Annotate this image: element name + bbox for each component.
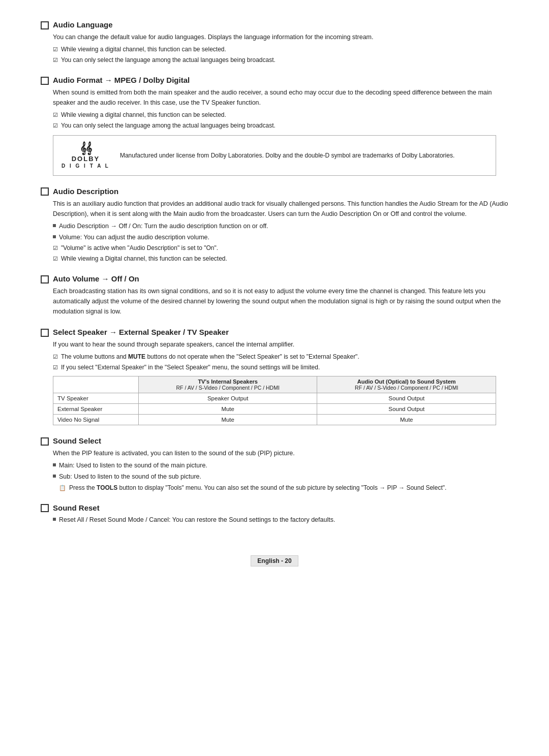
section-title-auto-volume: Auto Volume → Off / On [41,274,508,283]
note-icon: ☑ [53,56,58,65]
speaker-table: TV's Internal Speakers RF / AV / S-Video… [53,376,496,425]
section-audio-format: Audio Format → MPEG / Dolby Digital When… [41,76,508,176]
note-item-1: ☑ While viewing a digital channel, this … [53,45,508,54]
note-item-ad-1: ☑ "Volume" is active when "Audio Descrip… [53,243,508,253]
note-item-ss-tools: 📋 Press the TOOLS button to display "Too… [59,483,508,492]
body-text-auto-volume: Each broadcasting station has its own si… [53,286,508,317]
bullet-icon [53,463,56,466]
table-col-header-2: Audio Out (Optical) to Sound System RF /… [317,376,496,393]
footer-badge: English - 20 [251,555,298,566]
note-icon: ☑ [53,353,58,361]
table-col-header-1: TV's Internal Speakers RF / AV / S-Video… [138,376,317,393]
section-sound-select: Sound Select When the PIP feature is act… [41,436,508,492]
note-item-2: ☑ You can only select the language among… [53,55,508,65]
section-title-audio-description: Audio Description [41,187,508,196]
dolby-text: Manufactured under license from Dolby La… [120,151,454,160]
section-audio-description: Audio Description This is an auxiliary a… [41,187,508,264]
note-item-ss-2: ☑ If you select "External Speaker" in th… [53,363,508,372]
checkbox-icon [41,437,49,446]
bullet-item-sr-1: Reset All / Reset Sound Mode / Cancel: Y… [53,515,508,525]
section-title-audio-language: Audio Language [41,20,508,29]
body-text-sound-select: When the PIP feature is activated, you c… [53,448,508,458]
note-icon: ☑ [53,121,58,130]
note-icon: ☑ [53,244,58,253]
section-title-sound-select: Sound Select [41,436,508,445]
table-row: TV Speaker Speaker Output Sound Output [53,393,496,404]
section-audio-language: Audio Language You can change the defaul… [41,20,508,65]
section-title-select-speaker: Select Speaker → External Speaker / TV S… [41,328,508,336]
checkbox-icon [41,21,49,29]
body-text-select-speaker: If you want to hear the sound through se… [53,339,508,350]
bullet-icon [53,475,56,478]
checkbox-icon [41,504,49,512]
body-text-audio-description: This is an auxiliary audio function that… [53,199,508,219]
bullet-icon [53,224,56,227]
dolby-logo: 𝄞𝄞 DOLBY D I G I T A L [62,142,110,169]
section-title-sound-reset: Sound Reset [41,503,508,512]
bullet-item-ad-2: Volume: You can adjust the audio descrip… [53,233,508,242]
section-auto-volume: Auto Volume → Off / On Each broadcasting… [41,274,508,317]
section-select-speaker: Select Speaker → External Speaker / TV S… [41,328,508,425]
bullet-icon [53,518,56,521]
note-icon: 📋 [59,484,66,492]
section-title-audio-format: Audio Format → MPEG / Dolby Digital [41,76,508,84]
note-icon: ☑ [53,363,58,372]
table-row: Video No Signal Mute Mute [53,415,496,425]
note-item-ad-2: ☑ While viewing a Digital channel, this … [53,254,508,263]
bullet-item-ad-1: Audio Description → Off / On: Turn the a… [53,222,508,231]
body-text-audio-language: You can change the default value for aud… [53,32,508,42]
checkbox-icon [41,187,49,196]
note-item-af-1: ☑ While viewing a digital channel, this … [53,110,508,119]
note-icon: ☑ [53,111,58,119]
section-sound-reset: Sound Reset Reset All / Reset Sound Mode… [41,503,508,525]
checkbox-icon [41,77,49,85]
note-icon: ☑ [53,255,58,263]
footer: English - 20 [41,555,508,566]
note-item-ss-1: ☑ The volume buttons and MUTE buttons do… [53,352,508,361]
bullet-item-ss-2: Sub: Used to listen to the sound of the … [53,472,508,482]
bullet-item-ss-1: Main: Used to listen to the sound of the… [53,461,508,470]
checkbox-icon [41,275,49,284]
body-text-audio-format: When sound is emitted from both the main… [53,87,508,108]
bullet-icon [53,235,56,238]
checkbox-icon [41,329,49,337]
note-icon: ☑ [53,45,58,54]
note-item-af-2: ☑ You can only select the language among… [53,121,508,130]
dolby-box: 𝄞𝄞 DOLBY D I G I T A L Manufactured unde… [53,135,496,176]
table-row: External Speaker Mute Sound Output [53,404,496,415]
